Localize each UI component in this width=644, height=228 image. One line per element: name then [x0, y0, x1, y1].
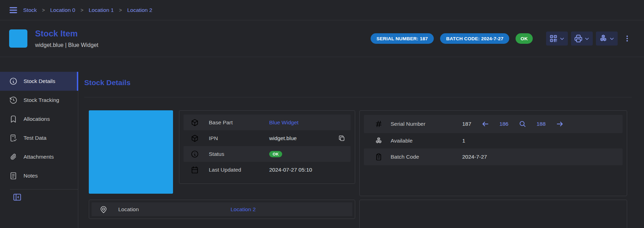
sidebar-item-test-data[interactable]: Test Data [0, 129, 78, 147]
detail-label: Base Part [209, 119, 269, 126]
breadcrumb-location-1[interactable]: Location 1 [89, 7, 114, 13]
title-block: Stock Item widget.blue | Blue Widget [35, 29, 364, 48]
detail-label: Available [391, 138, 462, 144]
top-navbar: Stock > Location 0 > Location 1 > Locati… [0, 0, 644, 20]
packages-icon [374, 137, 383, 145]
file-check-icon [9, 134, 18, 142]
sidebar-item-stock-tracking[interactable]: Stock Tracking [0, 91, 78, 110]
sidebar-collapse-button[interactable] [13, 193, 22, 202]
part-thumbnail[interactable] [9, 29, 27, 48]
panel-heading-divider [84, 97, 632, 97]
serial-next-link[interactable]: 188 [537, 121, 546, 127]
arrow-right-icon[interactable] [556, 120, 564, 128]
breadcrumb-location-0[interactable]: Location 0 [50, 7, 75, 13]
chevron-down-icon [584, 36, 590, 42]
menu-icon[interactable] [8, 5, 18, 15]
calendar-icon [191, 166, 199, 174]
status-ok-badge: OK [516, 33, 533, 44]
part-image[interactable] [89, 110, 173, 194]
detail-row-batch-code: Batch Code 2024-7-27 [364, 148, 623, 165]
available-value: 1 [462, 138, 465, 144]
sidebar-collapse-icon [13, 193, 22, 202]
serial-prev-link[interactable]: 186 [499, 121, 509, 127]
detail-label: Serial Number [391, 121, 462, 127]
stock-actions-button[interactable] [596, 32, 618, 46]
sidebar-bottom-divider [10, 189, 78, 189]
breadcrumb-separator: > [119, 7, 122, 13]
info-circle-icon [9, 77, 18, 85]
serial-current-value: 187 [462, 121, 471, 127]
detail-row-available: Available 1 [364, 133, 623, 148]
status-ok-chip: OK [269, 151, 282, 157]
clipboard-icon [374, 153, 383, 161]
serial-number-badge: SERIAL NUMBER: 187 [371, 33, 434, 44]
copy-icon[interactable] [338, 134, 346, 142]
sidebar-item-notes[interactable]: Notes [0, 166, 78, 185]
hash-icon [374, 120, 383, 128]
info-circle-icon [191, 150, 199, 158]
stock-cubes-icon [599, 34, 608, 43]
chevron-down-icon [609, 36, 615, 42]
bookmark-icon [9, 115, 18, 123]
details-card: Base Part Blue Widget IPN widget.blue St… [179, 110, 355, 184]
package-icon [191, 118, 199, 127]
package-icon [191, 134, 199, 143]
detail-row-ipn: IPN widget.blue [184, 130, 351, 146]
print-actions-button[interactable] [571, 32, 593, 46]
breadcrumb-stock[interactable]: Stock [23, 7, 37, 13]
serial-navigation: 187 186 188 [462, 120, 564, 128]
breadcrumb: Stock > Location 0 > Location 1 > Locati… [23, 7, 152, 13]
sidebar-item-label: Stock Tracking [24, 97, 59, 103]
location-link[interactable]: Location 2 [231, 206, 256, 213]
detail-row-serial-number: Serial Number 187 186 188 [364, 115, 623, 133]
qrcode-icon [549, 34, 558, 43]
last-updated-value: 2024-07-27 05:10 [269, 167, 312, 173]
breadcrumb-separator: > [42, 7, 45, 13]
page-subtitle: widget.blue | Blue Widget [35, 42, 364, 48]
paperclip-icon [9, 153, 18, 161]
detail-label: IPN [209, 135, 269, 141]
batch-code-badge: BATCH CODE: 2024-7-27 [440, 33, 509, 44]
dots-vertical-icon [623, 34, 631, 43]
detail-label: Last Updated [209, 167, 269, 173]
detail-row-base-part: Base Part Blue Widget [184, 115, 351, 130]
sidebar-item-label: Attachments [24, 154, 54, 160]
detail-label: Batch Code [391, 154, 462, 160]
detail-row-last-updated: Last Updated 2024-07-27 05:10 [184, 162, 351, 178]
breadcrumb-separator: > [80, 7, 83, 13]
header-actions: SERIAL NUMBER: 187 BATCH CODE: 2024-7-27… [364, 32, 632, 46]
search-icon[interactable] [519, 120, 526, 128]
file-text-icon [9, 172, 18, 180]
panel-heading: Stock Details [84, 78, 131, 87]
sidebar-item-label: Notes [24, 173, 38, 179]
page-header: Stock Item widget.blue | Blue Widget SER… [0, 20, 644, 57]
history-icon [9, 96, 18, 104]
detail-label: Location [118, 206, 231, 213]
page-title: Stock Item [35, 29, 364, 39]
breadcrumb-location-2[interactable]: Location 2 [127, 7, 152, 13]
stock-card: Serial Number 187 186 188 Available 1 Ba… [359, 110, 627, 196]
sidebar-item-stock-details[interactable]: Stock Details [0, 72, 78, 91]
map-pin-icon [99, 205, 108, 214]
arrow-left-icon[interactable] [482, 120, 489, 128]
sidebar-item-attachments[interactable]: Attachments [0, 147, 78, 166]
sidebar-item-label: Test Data [24, 135, 46, 141]
empty-card [359, 200, 627, 228]
barcode-actions-button[interactable] [546, 32, 568, 46]
ipn-value: widget.blue [269, 135, 297, 141]
sidebar: Stock Details Stock Tracking Allocations… [0, 72, 78, 202]
printer-icon [574, 34, 583, 43]
location-card: Location Location 2 [89, 200, 355, 219]
more-options-button[interactable] [623, 32, 632, 46]
chevron-down-icon [559, 36, 565, 42]
detail-row-location: Location Location 2 [92, 202, 352, 216]
base-part-link[interactable]: Blue Widget [269, 119, 299, 126]
sidebar-item-label: Allocations [24, 116, 50, 122]
batch-code-value: 2024-7-27 [462, 154, 487, 160]
action-toolbar [546, 32, 618, 46]
detail-row-status: Status OK [184, 146, 351, 162]
stock-item-page: Stock > Location 0 > Location 1 > Locati… [0, 0, 644, 228]
detail-label: Status [209, 151, 269, 157]
sidebar-item-label: Stock Details [24, 78, 55, 84]
sidebar-item-allocations[interactable]: Allocations [0, 110, 78, 129]
